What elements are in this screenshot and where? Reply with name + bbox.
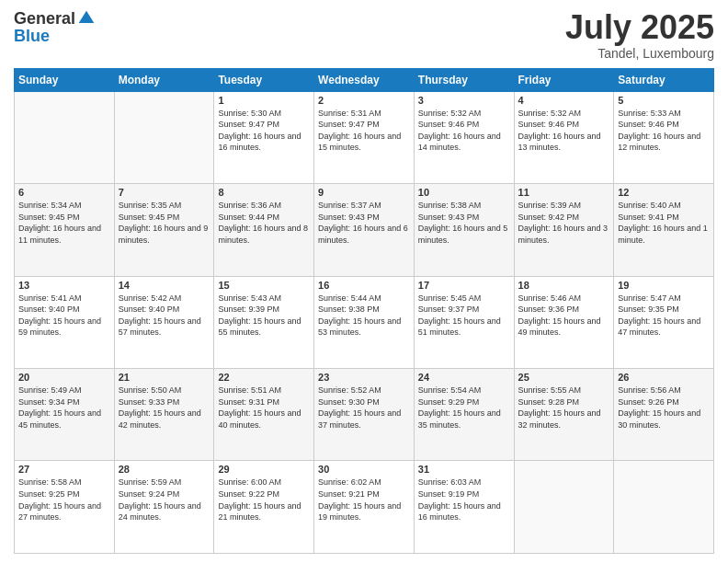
sunrise-text: Sunrise: 5:44 AM — [318, 293, 410, 304]
daylight-text: Daylight: 16 hours and 3 minutes. — [518, 223, 610, 246]
sunrise-text: Sunrise: 5:46 AM — [518, 293, 610, 304]
daylight-text: Daylight: 15 hours and 19 minutes. — [318, 500, 410, 523]
daylight-text: Daylight: 16 hours and 13 minutes. — [518, 131, 610, 154]
day-info: Sunrise: 5:39 AMSunset: 9:42 PMDaylight:… — [518, 200, 610, 246]
calendar-cell: 28Sunrise: 5:59 AMSunset: 9:24 PMDayligh… — [114, 461, 214, 554]
calendar-cell — [514, 461, 614, 554]
day-info: Sunrise: 5:35 AMSunset: 9:45 PMDaylight:… — [119, 200, 210, 246]
weekday-header: Friday — [514, 68, 614, 91]
sunset-text: Sunset: 9:36 PM — [518, 304, 610, 316]
daylight-text: Daylight: 15 hours and 32 minutes. — [518, 408, 610, 431]
sunrise-text: Sunrise: 5:34 AM — [18, 200, 110, 212]
daylight-text: Daylight: 15 hours and 49 minutes. — [518, 316, 610, 339]
title-block: July 2025 Tandel, Luxembourg — [565, 9, 714, 61]
day-info: Sunrise: 5:52 AMSunset: 9:30 PMDaylight:… — [318, 385, 410, 431]
sunset-text: Sunset: 9:43 PM — [418, 212, 510, 224]
calendar: SundayMondayTuesdayWednesdayThursdayFrid… — [14, 68, 714, 554]
sunrise-text: Sunrise: 5:41 AM — [18, 293, 110, 304]
calendar-cell: 27Sunrise: 5:58 AMSunset: 9:25 PMDayligh… — [15, 461, 115, 554]
day-info: Sunrise: 6:02 AMSunset: 9:21 PMDaylight:… — [318, 477, 410, 523]
daylight-text: Daylight: 16 hours and 9 minutes. — [119, 223, 210, 246]
daylight-text: Daylight: 16 hours and 16 minutes. — [218, 131, 310, 154]
sunset-text: Sunset: 9:22 PM — [218, 488, 310, 500]
daylight-text: Daylight: 15 hours and 24 minutes. — [119, 500, 210, 523]
day-number: 14 — [119, 280, 210, 291]
calendar-cell: 29Sunrise: 6:00 AMSunset: 9:22 PMDayligh… — [214, 461, 314, 554]
weekday-header: Monday — [114, 68, 214, 91]
day-number: 4 — [518, 95, 610, 106]
daylight-text: Daylight: 15 hours and 57 minutes. — [119, 316, 210, 339]
day-number: 18 — [518, 280, 610, 291]
day-number: 8 — [218, 187, 310, 198]
sunrise-text: Sunrise: 5:51 AM — [218, 385, 310, 396]
day-info: Sunrise: 5:45 AMSunset: 9:37 PMDaylight:… — [418, 293, 510, 339]
weekday-header: Thursday — [414, 68, 514, 91]
daylight-text: Daylight: 16 hours and 6 minutes. — [318, 223, 410, 246]
sunset-text: Sunset: 9:19 PM — [418, 488, 510, 500]
sunset-text: Sunset: 9:35 PM — [618, 304, 710, 316]
sunset-text: Sunset: 9:34 PM — [18, 396, 110, 408]
sunset-text: Sunset: 9:40 PM — [18, 304, 110, 316]
calendar-week-row: 27Sunrise: 5:58 AMSunset: 9:25 PMDayligh… — [15, 461, 714, 554]
sunrise-text: Sunrise: 5:50 AM — [119, 385, 210, 396]
calendar-cell: 3Sunrise: 5:32 AMSunset: 9:46 PMDaylight… — [414, 91, 514, 183]
day-info: Sunrise: 5:50 AMSunset: 9:33 PMDaylight:… — [119, 385, 210, 431]
sunset-text: Sunset: 9:29 PM — [418, 396, 510, 408]
sunrise-text: Sunrise: 6:00 AM — [218, 477, 310, 488]
day-number: 30 — [318, 464, 410, 475]
weekday-header-row: SundayMondayTuesdayWednesdayThursdayFrid… — [15, 68, 714, 91]
daylight-text: Daylight: 15 hours and 40 minutes. — [218, 408, 310, 431]
day-info: Sunrise: 5:37 AMSunset: 9:43 PMDaylight:… — [318, 200, 410, 246]
sunset-text: Sunset: 9:26 PM — [618, 396, 710, 408]
sunrise-text: Sunrise: 5:30 AM — [218, 108, 310, 120]
day-info: Sunrise: 5:30 AMSunset: 9:47 PMDaylight:… — [218, 108, 310, 154]
daylight-text: Daylight: 15 hours and 53 minutes. — [318, 316, 410, 339]
calendar-cell: 17Sunrise: 5:45 AMSunset: 9:37 PMDayligh… — [414, 276, 514, 368]
sunset-text: Sunset: 9:38 PM — [318, 304, 410, 316]
day-info: Sunrise: 6:00 AMSunset: 9:22 PMDaylight:… — [218, 477, 310, 523]
sunrise-text: Sunrise: 5:32 AM — [518, 108, 610, 120]
daylight-text: Daylight: 16 hours and 15 minutes. — [318, 131, 410, 154]
day-number: 9 — [318, 187, 410, 198]
day-info: Sunrise: 5:55 AMSunset: 9:28 PMDaylight:… — [518, 385, 610, 431]
day-number: 1 — [218, 95, 310, 106]
calendar-cell — [15, 91, 115, 183]
calendar-cell: 10Sunrise: 5:38 AMSunset: 9:43 PMDayligh… — [414, 184, 514, 276]
calendar-cell: 22Sunrise: 5:51 AMSunset: 9:31 PMDayligh… — [214, 369, 314, 461]
sunset-text: Sunset: 9:46 PM — [618, 119, 710, 131]
calendar-week-row: 6Sunrise: 5:34 AMSunset: 9:45 PMDaylight… — [15, 184, 714, 276]
sunrise-text: Sunrise: 5:55 AM — [518, 385, 610, 396]
calendar-cell: 24Sunrise: 5:54 AMSunset: 9:29 PMDayligh… — [414, 369, 514, 461]
day-number: 15 — [218, 280, 310, 291]
sunrise-text: Sunrise: 5:54 AM — [418, 385, 510, 396]
day-number: 22 — [218, 372, 310, 383]
daylight-text: Daylight: 15 hours and 59 minutes. — [18, 316, 110, 339]
day-number: 19 — [618, 280, 710, 291]
daylight-text: Daylight: 16 hours and 8 minutes. — [218, 223, 310, 246]
day-info: Sunrise: 5:32 AMSunset: 9:46 PMDaylight:… — [518, 108, 610, 154]
sunrise-text: Sunrise: 6:02 AM — [318, 477, 410, 488]
calendar-cell: 18Sunrise: 5:46 AMSunset: 9:36 PMDayligh… — [514, 276, 614, 368]
day-number: 7 — [119, 187, 210, 198]
sunset-text: Sunset: 9:47 PM — [218, 119, 310, 131]
header: General Blue July 2025 Tandel, Luxembour… — [14, 9, 714, 61]
day-number: 3 — [418, 95, 510, 106]
calendar-cell: 20Sunrise: 5:49 AMSunset: 9:34 PMDayligh… — [15, 369, 115, 461]
daylight-text: Daylight: 16 hours and 1 minute. — [618, 223, 710, 246]
weekday-header: Sunday — [15, 68, 115, 91]
daylight-text: Daylight: 15 hours and 35 minutes. — [418, 408, 510, 431]
day-info: Sunrise: 5:58 AMSunset: 9:25 PMDaylight:… — [18, 477, 110, 523]
calendar-cell: 26Sunrise: 5:56 AMSunset: 9:26 PMDayligh… — [614, 369, 714, 461]
calendar-cell: 19Sunrise: 5:47 AMSunset: 9:35 PMDayligh… — [614, 276, 714, 368]
calendar-cell: 16Sunrise: 5:44 AMSunset: 9:38 PMDayligh… — [314, 276, 415, 368]
daylight-text: Daylight: 15 hours and 47 minutes. — [618, 316, 710, 339]
daylight-text: Daylight: 15 hours and 55 minutes. — [218, 316, 310, 339]
sunrise-text: Sunrise: 5:31 AM — [318, 108, 410, 120]
daylight-text: Daylight: 15 hours and 42 minutes. — [119, 408, 210, 431]
day-number: 12 — [618, 187, 710, 198]
sunset-text: Sunset: 9:46 PM — [418, 119, 510, 131]
sunset-text: Sunset: 9:43 PM — [318, 212, 410, 224]
day-info: Sunrise: 5:51 AMSunset: 9:31 PMDaylight:… — [218, 385, 310, 431]
calendar-cell: 13Sunrise: 5:41 AMSunset: 9:40 PMDayligh… — [15, 276, 115, 368]
sunset-text: Sunset: 9:33 PM — [119, 396, 210, 408]
